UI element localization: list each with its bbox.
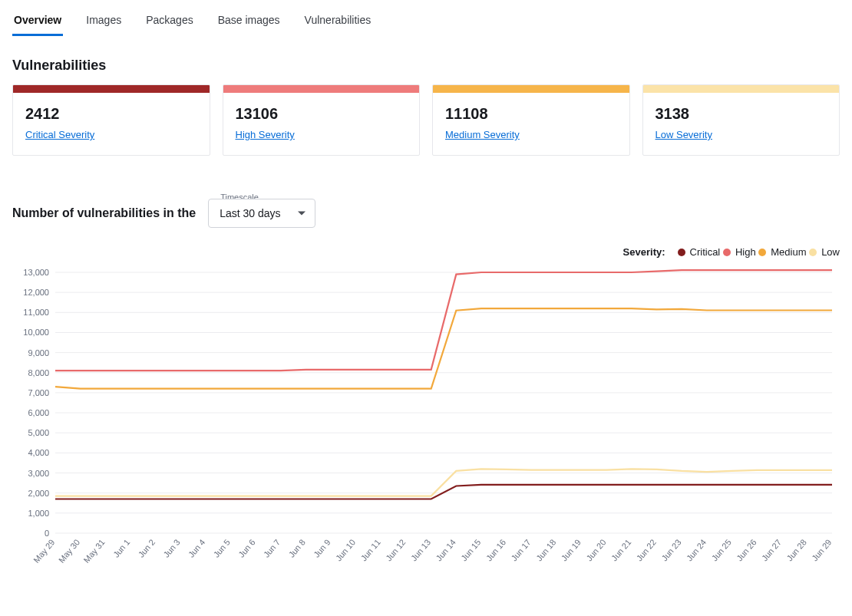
x-tick-label: Jun 23 [659,537,682,562]
legend-item-label: Critical [690,246,721,258]
x-tick-label: Jun 20 [584,537,607,562]
chart-series [55,270,832,499]
x-tick-label: Jun 3 [161,537,181,558]
x-tick-label: Jun 12 [384,537,407,562]
x-tick-label: Jun 22 [635,537,658,562]
chart-legend: Severity: Critical High Medium Low [12,246,840,259]
x-tick-label: May 29 [31,537,56,564]
y-tick-label: 3,000 [28,468,49,477]
severity-count: 3138 [656,105,827,123]
x-tick-label: Jun 5 [212,537,232,558]
y-tick-label: 6,000 [28,408,49,417]
tab-images[interactable]: Images [84,9,123,36]
x-tick-label: Jun 29 [810,537,833,562]
vulnerability-chart: 01,0002,0003,0004,0005,0006,0007,0008,00… [12,265,840,587]
y-tick-label: 10,000 [23,328,49,337]
y-tick-label: 12,000 [23,288,49,297]
severity-card-high: 13106High Severity [223,84,421,156]
y-tick-label: 9,000 [28,348,49,357]
series-critical [55,484,832,499]
legend-item-label: High [735,246,756,258]
chart-lead-text: Number of vulnerabilities in the [12,206,196,220]
x-tick-label: Jun 26 [735,537,758,562]
y-tick-label: 7,000 [28,387,49,397]
legend-dot-icon [723,249,731,256]
x-tick-label: Jun 1 [111,537,131,558]
severity-card-critical: 2412Critical Severity [12,84,210,156]
chart-svg: 01,0002,0003,0004,0005,0006,0007,0008,00… [12,265,840,587]
legend-dot-icon [758,249,766,256]
x-tick-label: Jun 14 [434,537,457,562]
legend-label: Severity: [623,246,665,258]
timescale-selected-value: Last 30 days [220,207,280,219]
chart-filter-row: Number of vulnerabilities in the Timesca… [12,199,840,228]
x-tick-label: Jun 13 [409,537,432,562]
severity-count: 13106 [236,105,408,123]
timescale-select-wrap: Timescale Last 30 days [208,199,315,228]
legend-dot-icon [809,249,817,256]
x-tick-label: Jun 28 [784,537,807,562]
y-tick-label: 0 [45,529,49,538]
tab-packages[interactable]: Packages [144,9,194,36]
x-tick-label: May 30 [57,537,81,564]
x-tick-label: Jun 17 [509,537,532,562]
legend-item-high: High [723,246,756,258]
y-tick-label: 5,000 [28,428,49,437]
x-tick-label: Jun 8 [286,537,306,558]
severity-cards: 2412Critical Severity13106High Severity1… [12,84,840,156]
x-tick-label: Jun 7 [262,537,282,558]
timescale-select[interactable]: Last 30 days [208,199,315,228]
x-tick-label: Jun 27 [760,537,783,562]
y-tick-label: 11,000 [23,308,49,317]
x-tick-label: Jun 10 [334,537,357,562]
y-tick-label: 8,000 [28,367,49,377]
severity-card-low: 3138Low Severity [642,84,840,156]
y-tick-label: 4,000 [28,448,49,457]
severity-link[interactable]: Medium Severity [445,129,520,140]
x-tick-label: Jun 19 [560,537,583,562]
x-tick-label: Jun 18 [534,537,557,562]
legend-item-label: Low [821,246,840,258]
y-tick-label: 2,000 [28,488,49,497]
tab-vulnerabilities[interactable]: Vulnerabilities [303,9,373,36]
x-tick-label: Jun 11 [358,537,381,562]
severity-card-bar [643,85,840,93]
x-tick-label: Jun 24 [685,537,708,562]
chevron-down-icon [298,212,305,216]
x-tick-label: Jun 16 [484,537,507,562]
x-tick-label: Jun 15 [459,537,482,562]
tab-base-images[interactable]: Base images [216,9,282,36]
legend-item-medium: Medium [758,246,806,258]
x-tick-label: Jun 21 [609,537,632,562]
chart-gridlines [55,272,832,533]
section-title: Vulnerabilities [12,58,840,74]
x-tick-label: Jun 25 [710,537,733,562]
x-tick-label: Jun 9 [312,537,332,558]
severity-card-bar [433,85,629,93]
legend-dot-icon [678,249,685,256]
tab-overview[interactable]: Overview [12,9,63,36]
y-tick-label: 13,000 [23,268,49,277]
y-tick-label: 1,000 [28,508,49,517]
severity-link[interactable]: Low Severity [656,129,712,140]
legend-item-label: Medium [771,246,806,258]
tabs: OverviewImagesPackagesBase imagesVulnera… [12,0,840,36]
x-tick-label: Jun 2 [137,537,157,558]
severity-card-bar [223,85,420,93]
severity-link[interactable]: High Severity [236,129,295,140]
severity-count: 2412 [25,105,197,123]
x-tick-label: Jun 6 [236,537,256,558]
severity-card-medium: 11108Medium Severity [432,84,630,156]
severity-count: 11108 [445,105,617,123]
series-high [55,270,832,371]
severity-link[interactable]: Critical Severity [25,129,94,140]
legend-item-low: Low [809,246,840,258]
severity-card-bar [13,85,210,93]
x-tick-label: May 31 [81,537,106,564]
legend-item-critical: Critical [678,246,721,258]
x-tick-label: Jun 4 [187,537,206,558]
